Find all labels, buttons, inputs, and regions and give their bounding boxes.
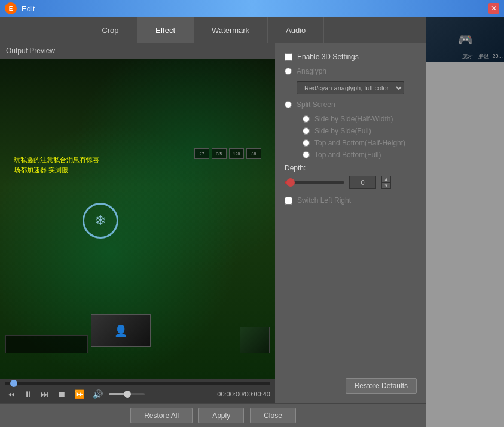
volume-icon[interactable]: 🔊 [90,389,105,399]
depth-increment-button[interactable]: ▲ [381,176,391,182]
thumb-label-1: 虎牙一胖烃_20... [462,53,503,60]
switch-left-right-row: Switch Left Right [285,196,417,205]
video-area: 玩私鑫的注意私合消息有惊喜场都加速器 实测服 ❄ 👤 27 3/5 120 8 [0,59,275,379]
close-window-button[interactable]: ✕ [488,3,499,14]
volume-dot [124,391,131,398]
tab-watermark[interactable]: Watermark [194,17,268,43]
radio-row-0: Side by Side(Half-Width) [303,115,417,123]
content-area: Output Preview 玩私鑫的注意私合消息有惊喜场都加速器 实测服 ❄ … [0,43,426,403]
enable-3d-checkbox[interactable] [285,53,292,61]
tab-effect[interactable]: Effect [138,17,194,43]
webcam-overlay: 👤 [91,314,151,347]
title-bar: E Edit ✕ [0,0,504,17]
hud-bottom [5,336,88,353]
radio-group: Side by Side(Half-Width) Side by Side(Fu… [285,115,417,159]
anaglyph-row: Anaglyph [285,67,417,75]
app-area: Crop Effect Watermark Audio Output Previ… [0,17,426,427]
radio-row-3: Top and Bottom(Full) [303,151,417,159]
controls-row: ⏮ ⏸ ⏭ ⏹ ⏩ 🔊 00:00:00/00:00:40 [5,388,270,401]
dropdown-row: Red/cyan anaglyph, full color [285,81,417,94]
stat-2: 3/5 [212,148,227,159]
depth-spinbox-buttons: ▲ ▼ [381,176,391,189]
anaglyph-label: Anaglyph [297,67,326,75]
time-display: 00:00:00/00:00:40 [217,391,270,398]
stats-top: 27 3/5 120 88 [194,148,261,159]
split-screen-row: Split Screen [285,100,417,109]
stop-button[interactable]: ⏹ [55,389,68,399]
split-screen-radio[interactable] [285,101,292,108]
thumb-icon-1: 🎮 [458,32,473,47]
enable-3d-label: Enable 3D Settings [297,53,359,61]
window-title: Edit [22,4,35,13]
play-pause-button[interactable]: ⏸ [22,389,35,399]
tab-bar: Crop Effect Watermark Audio [0,17,426,43]
right-panel: Enable 3D Settings Anaglyph Red/cyan ana… [275,43,426,403]
depth-value: 0 [361,179,364,186]
depth-label: Depth: [285,164,417,172]
radio-row-1: Side by Side(Full) [303,127,417,135]
step-forward-button[interactable]: ⏩ [72,389,87,399]
footer: Restore All Apply Close [0,403,426,427]
video-placeholder: 玩私鑫的注意私合消息有惊喜场都加速器 实测服 ❄ 👤 27 3/5 120 8 [0,59,275,379]
side-thumb-1[interactable]: 🎮 虎牙一胖烃_20... [426,17,504,62]
radio-side-by-side-half[interactable] [303,115,310,123]
main-wrapper: Crop Effect Watermark Audio Output Previ… [0,17,504,427]
depth-handle [286,178,295,187]
depth-spinbox: 0 [349,176,376,189]
radio-label-2: Top and Bottom(Half-Height) [314,139,405,147]
split-screen-label: Split Screen [297,100,335,109]
left-panel: Output Preview 玩私鑫的注意私合消息有惊喜场都加速器 实测服 ❄ … [0,43,275,403]
radio-top-bottom-full[interactable] [303,151,310,158]
output-preview-label: Output Preview [0,43,275,59]
volume-slider[interactable] [109,393,145,395]
tab-audio[interactable]: Audio [268,17,324,43]
radio-label-3: Top and Bottom(Full) [314,151,381,159]
radio-side-by-side-full[interactable] [303,127,310,135]
close-button[interactable]: Close [250,408,296,423]
webcam-inner: 👤 [91,315,150,346]
stat-1: 27 [194,148,209,159]
right-panel-bottom: Restore Defaults [285,378,417,394]
anaglyph-dropdown[interactable]: Red/cyan anaglyph, full color [297,81,404,94]
depth-decrement-button[interactable]: ▼ [381,182,391,189]
prev-button[interactable]: ⏮ [5,389,18,399]
progress-dot [10,380,17,387]
enable-3d-row: Enable 3D Settings [285,53,417,61]
side-strip: 🎮 虎牙一胖烃_20... [426,17,504,427]
switch-left-right-checkbox[interactable] [285,197,292,205]
apply-button[interactable]: Apply [198,408,244,423]
radio-top-bottom-half[interactable] [303,139,310,147]
radio-label-0: Side by Side(Half-Width) [314,115,393,123]
app-logo: E [5,2,17,14]
title-bar-left: E Edit [5,2,35,14]
video-controls: ⏮ ⏸ ⏭ ⏹ ⏩ 🔊 00:00:00/00:00:40 [0,379,275,403]
radio-row-2: Top and Bottom(Half-Height) [303,139,417,147]
depth-row: 0 ▲ ▼ [285,176,417,189]
anaglyph-radio[interactable] [285,68,292,75]
stat-3: 120 [229,148,244,159]
depth-slider[interactable] [285,181,344,184]
stat-4: 88 [246,148,261,159]
tab-crop[interactable]: Crop [84,17,138,43]
radio-label-1: Side by Side(Full) [314,127,371,135]
switch-left-right-label: Switch Left Right [297,196,351,205]
snowflake-effect: ❄ [83,203,118,239]
minimap [240,327,270,353]
restore-all-button[interactable]: Restore All [130,408,193,423]
next-button[interactable]: ⏭ [38,389,51,399]
progress-bar[interactable] [5,382,270,385]
restore-defaults-button[interactable]: Restore Defaults [346,378,417,394]
video-overlay-text: 玩私鑫的注意私合消息有惊喜场都加速器 实测服 [14,155,99,176]
